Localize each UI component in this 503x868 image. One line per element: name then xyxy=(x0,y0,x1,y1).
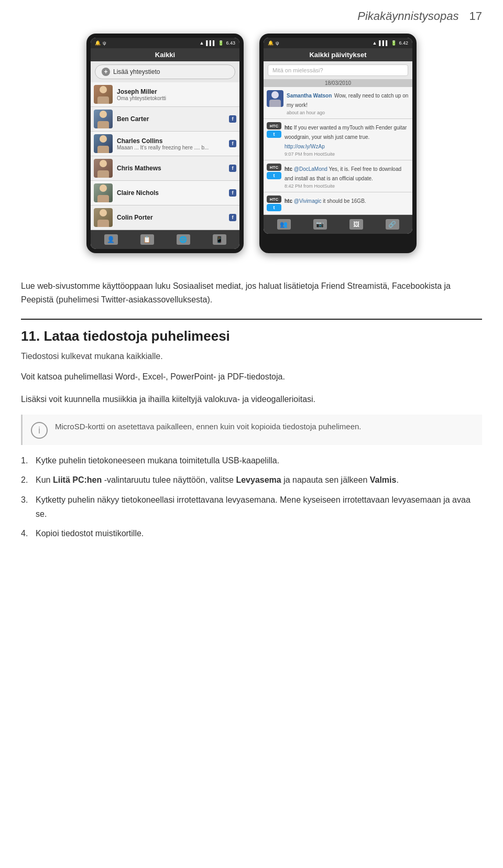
signal-bars: ▌▌▌ xyxy=(206,40,216,46)
add-contact-label: Lisää yhteystieto xyxy=(113,68,160,75)
contact-info: Joseph Miller Oma yhteystietokortti xyxy=(117,88,236,101)
step-text: Kopioi tiedostot muistikortille. xyxy=(36,526,144,540)
feed-text: @Vivimagic it should be 16GB. xyxy=(294,198,366,204)
toolbar-icon-camera[interactable]: 📷 xyxy=(313,219,327,230)
feed-item[interactable]: Samantha Watson Wow, really need to catc… xyxy=(264,87,412,119)
facebook-badge: f xyxy=(229,189,236,197)
feed-time: about an hour ago xyxy=(287,110,409,115)
list-item: 1. Kytke puhelin tietokoneeseen mukana t… xyxy=(21,453,482,468)
body-text-2: Lisäksi voit kuunnella musiikkia ja ihai… xyxy=(21,392,482,406)
contact-item[interactable]: Chris Mathews f xyxy=(91,156,239,181)
contact-item[interactable]: Claire Nichols f xyxy=(91,181,239,205)
contact-item[interactable]: Joseph Miller Oma yhteystietokortti xyxy=(91,82,239,107)
bold-text: Liitä PC:hen xyxy=(53,475,102,484)
right-bottom-toolbar: 👥 📷 🖼 🔗 xyxy=(264,215,412,234)
page-number: 17 xyxy=(469,9,482,23)
note-text: MicroSD-kortti on asetettava paikalleen,… xyxy=(55,421,362,433)
note-icon: i xyxy=(31,422,48,439)
status-right: ▲ ▌▌▌ 🔋 6.43 xyxy=(199,40,235,46)
contact-sub: Maaan ... It's really freezing here ....… xyxy=(117,145,228,150)
feed-content: Samantha Watson Wow, really need to catc… xyxy=(287,90,409,115)
battery-icon: 🔋 xyxy=(391,40,397,46)
avatar xyxy=(94,208,113,227)
facebook-badge: f xyxy=(229,140,236,147)
contacts-title: Kaikki xyxy=(91,48,239,61)
contact-name: Colin Porter xyxy=(117,214,228,221)
avatar xyxy=(94,110,113,128)
screenshots-row: 🔔 ψ ▲ ▌▌▌ 🔋 6.43 Kaikki + Lisää yhteysti… xyxy=(0,28,503,269)
contact-name: Charles Collins xyxy=(117,137,228,145)
section-number: 11. xyxy=(21,328,40,344)
feed-text: If you ever wanted a myTouch with Fender… xyxy=(285,125,407,149)
left-bottom-toolbar: 👤 📋 🌐 📱 xyxy=(91,230,239,249)
contact-item[interactable]: Ben Carter f xyxy=(91,107,239,132)
feed-logo-facebook xyxy=(267,90,283,107)
list-item: 3. Kytketty puhelin näkyy tietokoneellas… xyxy=(21,493,482,521)
feed-title: Kaikki päivitykset xyxy=(264,48,412,61)
time-display: 6.43 xyxy=(226,40,235,46)
feed-logo-htc: HTC xyxy=(267,164,281,171)
bold-text: Valmis xyxy=(370,475,397,484)
contact-item[interactable]: Colin Porter f xyxy=(91,205,239,230)
contact-info: Colin Porter xyxy=(117,214,228,221)
list-item: 2. Kun Liitä PC:hen -valintaruutu tulee … xyxy=(21,473,482,487)
avatar xyxy=(94,183,113,202)
add-contact-button[interactable]: + Lisää yhteystieto xyxy=(95,64,235,79)
feed-time: 8:42 PM from HootSuite xyxy=(285,183,409,189)
feed-item[interactable]: HTC t htc If you ever wanted a myTouch w… xyxy=(264,119,412,160)
section-title-text: Lataa tiedostoja puhelimeesi xyxy=(43,328,229,344)
steps-list: 1. Kytke puhelin tietokoneeseen mukana t… xyxy=(21,453,482,540)
wifi-icon: ▲ xyxy=(372,40,377,46)
contact-item[interactable]: Charles Collins Maaan ... It's really fr… xyxy=(91,132,239,156)
page-header: Pikakäynnistysopas 17 xyxy=(0,0,503,28)
avatar xyxy=(94,85,113,104)
intro-paragraph: Lue web-sivustomme käyttöoppaan luku Sos… xyxy=(21,279,482,306)
contact-info: Chris Mathews xyxy=(117,165,228,172)
battery-icon: 🔋 xyxy=(218,40,224,46)
contact-name: Claire Nichols xyxy=(117,189,228,197)
toolbar-icon-people[interactable]: 👥 xyxy=(277,219,291,230)
status-icons-left: 🔔 ψ xyxy=(268,40,279,46)
notification-icon: 🔔 xyxy=(95,40,101,46)
list-item: 4. Kopioi tiedostot muistikortille. xyxy=(21,526,482,540)
toolbar-icon-link[interactable]: 🔗 xyxy=(386,219,399,230)
plus-icon: + xyxy=(102,68,110,76)
feed-author: Samantha Watson xyxy=(287,93,332,99)
section-subtitle: Tiedostosi kulkevat mukana kaikkialle. xyxy=(21,350,482,363)
signal-icon: ψ xyxy=(103,40,106,46)
toolbar-icon-2[interactable]: 📋 xyxy=(140,234,154,245)
feed-text: @DocLaMond Yes, it is. Feel free to down… xyxy=(285,166,401,181)
step-text: Kytke puhelin tietokoneeseen mukana toim… xyxy=(36,453,279,468)
step-text: Kun Liitä PC:hen -valintaruutu tulee näy… xyxy=(36,473,399,487)
contact-name: Ben Carter xyxy=(117,115,228,123)
feed-item[interactable]: HTC t htc @DocLaMond Yes, it is. Feel fr… xyxy=(264,160,412,192)
right-phone-screen: 🔔 ψ ▲ ▌▌▌ 🔋 6.42 Kaikki päivitykset Mitä… xyxy=(264,38,412,234)
feed-content: htc @DocLaMond Yes, it is. Feel free to … xyxy=(285,164,409,189)
search-bar[interactable]: Mitä on mielessäsi? xyxy=(268,64,408,76)
toolbar-icon-gallery[interactable]: 🖼 xyxy=(349,219,363,230)
toolbar-icon-3[interactable]: 🌐 xyxy=(177,234,190,245)
feed-content: htc If you ever wanted a myTouch with Fe… xyxy=(285,122,409,157)
feed-item[interactable]: HTC t htc @Vivimagic it should be 16GB. xyxy=(264,192,412,215)
contact-name: Joseph Miller xyxy=(117,88,236,95)
feed-logo-twitter: t xyxy=(267,131,281,138)
wifi-icon: ▲ xyxy=(199,40,204,46)
status-icons-left: 🔔 ψ xyxy=(95,40,106,46)
body-text-1: Voit katsoa puhelimellasi Word-, Excel-,… xyxy=(21,370,482,384)
toolbar-icon-4[interactable]: 📱 xyxy=(213,234,226,245)
signal-icon: ψ xyxy=(276,40,279,46)
feed-logo-twitter: t xyxy=(267,204,281,211)
feed-author: htc xyxy=(285,166,294,172)
facebook-badge: f xyxy=(229,165,236,172)
date-header: 18/03/2010 xyxy=(264,79,412,87)
section-divider xyxy=(21,319,482,320)
contact-info: Charles Collins Maaan ... It's really fr… xyxy=(117,137,228,150)
feed-logo-twitter: t xyxy=(267,172,281,179)
step-number: 4. xyxy=(21,526,30,540)
feed-author: htc xyxy=(285,125,294,131)
contact-info: Claire Nichols xyxy=(117,189,228,197)
note-box: i MicroSD-kortti on asetettava paikallee… xyxy=(21,415,482,445)
notification-icon: 🔔 xyxy=(268,40,274,46)
feed-logo-htc: HTC xyxy=(267,122,281,129)
toolbar-icon-1[interactable]: 👤 xyxy=(104,234,118,245)
